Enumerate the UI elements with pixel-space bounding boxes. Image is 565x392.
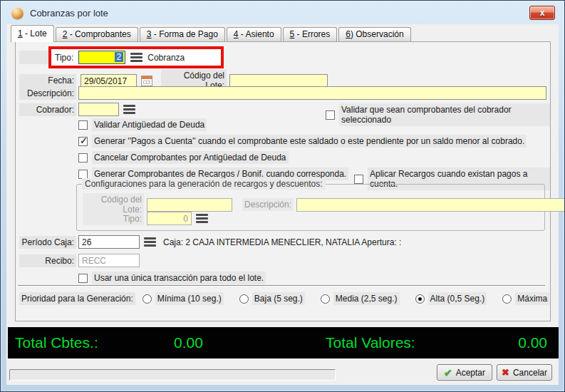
- tab-observacion[interactable]: 6) Observación: [338, 27, 410, 41]
- radio-maxima-circle[interactable]: [502, 294, 512, 304]
- checkbox-cancelar-antiguedad-label[interactable]: Cancelar Comprobantes por Antigüedad de …: [92, 151, 289, 164]
- total-cbtes-label: Total Cbtes.:: [15, 334, 98, 351]
- tipo-label: Tipo:: [55, 53, 73, 63]
- radio-baja-circle[interactable]: [239, 294, 249, 304]
- tab-lote[interactable]: 1 - Lote: [11, 25, 54, 42]
- progress-bar: [9, 369, 336, 381]
- x-icon: ✖: [502, 367, 509, 378]
- window-title: Cobranzas por lote: [30, 8, 108, 19]
- cobrador-input[interactable]: [78, 103, 119, 116]
- tipo-value: 2: [115, 52, 124, 62]
- radio-minima-circle[interactable]: [142, 294, 152, 304]
- checkbox-cancelar-antiguedad[interactable]: [78, 153, 88, 163]
- app-icon: [11, 7, 24, 19]
- cancelar-button[interactable]: ✖ Cancelar: [497, 364, 552, 381]
- checkbox-validar-antiguedad[interactable]: [78, 120, 88, 130]
- fecha-label: Fecha:: [19, 74, 76, 87]
- checkbox-validar-antiguedad-label[interactable]: Validar Antigüedad de Deuda: [92, 118, 207, 131]
- cobrador-label: Cobrador:: [19, 103, 76, 116]
- radio-alta-circle[interactable]: [415, 294, 425, 304]
- close-icon: x: [540, 8, 545, 18]
- recibo-label: Recibo:: [19, 254, 76, 267]
- title-bar: Cobranzas por lote x: [2, 2, 563, 24]
- dialog-client-area: 1 - Lote 2 - Comprobantes 3 - Forma de P…: [6, 24, 559, 385]
- group-configuracion-recargos: Configuraciones para la generación de re…: [76, 184, 545, 231]
- recibo-input: RECC: [78, 254, 140, 267]
- tab-errores[interactable]: 5 - Errores: [283, 27, 338, 41]
- descripcion-label: Descripción:: [19, 87, 76, 100]
- descripcion-input[interactable]: [78, 86, 546, 100]
- tipo-display-name: Cobranza: [147, 53, 185, 63]
- caja-info-text: Caja: 2 CAJA INTERMEDIA MENECLIER, NATAL…: [163, 237, 401, 247]
- group-descripcion-input[interactable]: [296, 198, 565, 212]
- checkbox-unica-transaccion-label[interactable]: Usar una única transacción para todo el …: [92, 272, 266, 284]
- totals-bar: Total Cbtes.: 0.00 Total Valores: 0.00: [8, 327, 559, 359]
- tab-comprobantes[interactable]: 2 - Comprobantes: [56, 27, 138, 41]
- checkbox-unica-transaccion[interactable]: [78, 274, 88, 283]
- radio-baja[interactable]: Baja (5 seg.): [239, 292, 305, 305]
- radio-media[interactable]: Media (2,5 seg.): [321, 292, 400, 305]
- radio-alta[interactable]: Alta (0,5 Seg.): [415, 292, 487, 305]
- checkbox-validar-cobrador-label[interactable]: Validar que sean comprobantes del cobrad…: [339, 103, 550, 126]
- tab-forma-de-pago[interactable]: 3 - Forma de Pago: [140, 27, 225, 41]
- close-button[interactable]: x: [529, 6, 555, 20]
- total-valores-label: Total Valores:: [326, 334, 415, 351]
- checkbox-pagos-a-cuenta-label[interactable]: Generar ''Pagos a Cuenta'' cuando el com…: [92, 135, 527, 148]
- dialog-cobranzas-por-lote: Cobranzas por lote x 1 - Lote 2 - Compro…: [0, 0, 565, 392]
- total-valores-value: 0.00: [518, 334, 547, 351]
- periodo-caja-label: Período Caja:: [19, 236, 76, 249]
- tab-asiento[interactable]: 4 - Asiento: [227, 27, 281, 41]
- separator-line: [18, 285, 545, 287]
- codigo-lote-input[interactable]: [229, 74, 328, 88]
- group-tipo-label: Tipo:: [83, 212, 144, 225]
- checkbox-pagos-a-cuenta[interactable]: [78, 137, 88, 146]
- tab-strip: 1 - Lote 2 - Comprobantes 3 - Forma de P…: [11, 25, 413, 41]
- total-cbtes-value: 0.00: [174, 334, 203, 351]
- group-descripcion-label: Descripción:: [242, 198, 294, 211]
- prioridad-label: Prioridad para la Generación:: [19, 292, 135, 305]
- checkbox-generar-recargos[interactable]: [78, 170, 88, 179]
- cobrador-lookup-menu-icon[interactable]: [123, 105, 135, 114]
- radio-minima[interactable]: Mínima (10 seg.): [142, 292, 224, 305]
- group-configuracion-recargos-title: Configuraciones para la generación de re…: [82, 178, 326, 190]
- group-codigo-lote-input[interactable]: [147, 198, 232, 212]
- tipo-input[interactable]: 2: [78, 51, 125, 64]
- checkbox-validar-cobrador[interactable]: [326, 110, 335, 120]
- periodo-caja-lookup-menu-icon[interactable]: [144, 237, 156, 247]
- radio-media-circle[interactable]: [321, 294, 330, 304]
- fecha-input[interactable]: 29/05/2017: [81, 74, 137, 88]
- periodo-caja-input[interactable]: 26: [78, 235, 140, 249]
- tipo-label-spacer: [19, 51, 51, 64]
- prioridad-radio-group: Mínima (10 seg.) Baja (5 seg.) Media (2,…: [142, 292, 550, 305]
- tipo-lookup-menu-icon[interactable]: [130, 53, 142, 62]
- calendar-icon[interactable]: [141, 76, 152, 86]
- group-tipo-lookup-menu-icon[interactable]: [196, 214, 208, 223]
- radio-maxima[interactable]: Máxima: [502, 292, 549, 305]
- group-tipo-input[interactable]: 0: [147, 212, 192, 225]
- checkbox-aplicar-recargos[interactable]: [354, 175, 363, 184]
- tab-page-lote: Tipo: 2 Cobranza Fecha: 29/05/2017 Códig…: [15, 41, 551, 321]
- check-icon: ✔: [444, 367, 452, 378]
- tipo-highlight-annotation: Tipo: 2 Cobranza: [48, 46, 224, 68]
- aceptar-button[interactable]: ✔ Aceptar: [437, 364, 492, 381]
